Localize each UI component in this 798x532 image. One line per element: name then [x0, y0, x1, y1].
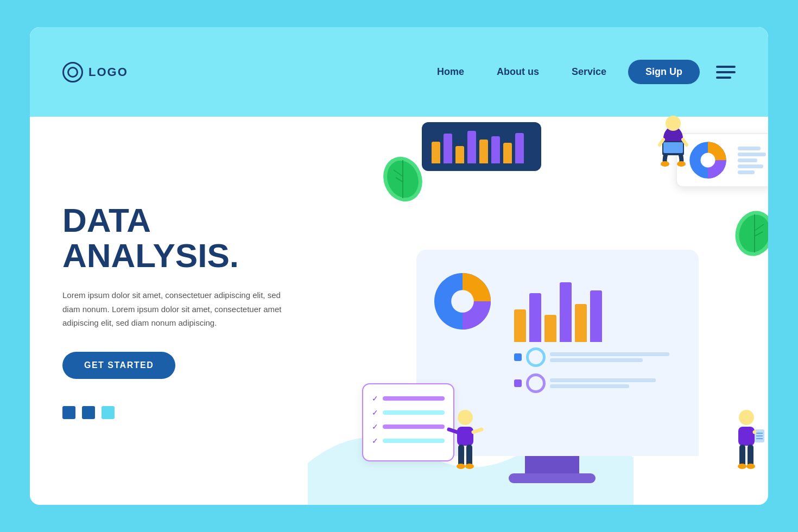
info-panel-right [509, 347, 688, 398]
check-line-4 [383, 439, 445, 443]
s-bar-2 [529, 293, 541, 342]
bar-7 [503, 143, 512, 163]
ring-1 [526, 347, 546, 367]
bar-8 [515, 133, 524, 163]
pie-card-lines [738, 147, 766, 174]
checkmark-1: ✓ [372, 394, 378, 403]
signup-button[interactable]: Sign Up [628, 60, 700, 84]
checkmark-4: ✓ [372, 436, 378, 445]
float-bar-chart [422, 122, 541, 171]
hero-left: DATA ANALYSIS. Lorem ipsum dolor sit ame… [30, 117, 362, 505]
svg-rect-23 [466, 445, 472, 466]
svg-point-27 [739, 410, 754, 425]
info-lines-1 [550, 352, 682, 362]
get-started-button[interactable]: GET STARTED [62, 352, 175, 379]
dots-row [62, 406, 330, 419]
dot-3 [102, 406, 115, 419]
check-item-3: ✓ [372, 422, 445, 431]
info-row-1 [514, 347, 682, 367]
nav-links: Home About us Service [437, 66, 606, 78]
svg-point-15 [666, 116, 681, 131]
svg-point-16 [661, 161, 669, 167]
info-lines-2 [550, 378, 682, 388]
svg-point-11 [701, 153, 715, 168]
svg-point-13 [451, 290, 474, 313]
check-item-4: ✓ [372, 436, 445, 445]
ring-2 [526, 373, 546, 393]
hero-title: DATA ANALYSIS. [62, 202, 330, 273]
logo-circle-inner [67, 67, 78, 78]
hamburger-menu[interactable] [716, 66, 736, 79]
svg-rect-26 [738, 427, 755, 446]
svg-point-31 [746, 464, 755, 469]
info-row-2 [514, 373, 682, 393]
svg-point-17 [677, 161, 686, 167]
s-bar-5 [575, 304, 587, 342]
info-sq-2 [514, 379, 522, 387]
check-line-2 [383, 410, 445, 415]
person-standing-left [446, 402, 484, 475]
hero-title-line1: DATA [62, 202, 330, 238]
s-bar-4 [560, 282, 572, 342]
screen-bars [509, 261, 688, 347]
bar-5 [479, 140, 488, 163]
svg-point-30 [738, 464, 746, 469]
svg-rect-22 [458, 445, 464, 466]
checklist-card: ✓ ✓ ✓ ✓ [362, 383, 454, 461]
logo-text: LOGO [88, 65, 128, 79]
checkmark-3: ✓ [372, 422, 378, 431]
s-bar-6 [590, 290, 602, 342]
nav-about[interactable]: About us [497, 66, 539, 78]
hero-description: Lorem ipsum dolor sit amet, consectetuer… [62, 288, 290, 330]
leaf-left [378, 149, 427, 206]
check-line-1 [383, 396, 445, 401]
check-line-3 [383, 425, 445, 429]
s-bar-1 [514, 309, 526, 342]
hero-section: DATA ANALYSIS. Lorem ipsum dolor sit ame… [30, 117, 768, 505]
svg-point-21 [458, 410, 473, 425]
nav-service[interactable]: Service [572, 66, 606, 78]
svg-rect-29 [748, 445, 753, 466]
info-sq-1 [514, 353, 522, 361]
hamburger-line-1 [716, 66, 736, 68]
svg-point-25 [465, 464, 474, 469]
hamburger-line-3 [716, 77, 731, 79]
svg-rect-19 [663, 142, 683, 153]
logo-area: LOGO [62, 62, 128, 83]
screen-pie-chart [427, 266, 498, 337]
page-content: LOGO Home About us Service Sign Up DATA … [30, 27, 768, 505]
bar-1 [432, 142, 440, 163]
bar-2 [444, 134, 452, 163]
check-item-2: ✓ [372, 408, 445, 417]
screen-bar-section [509, 261, 688, 445]
dot-2 [82, 406, 95, 419]
svg-point-24 [457, 464, 465, 469]
monitor-foot [509, 473, 596, 483]
bar-6 [491, 136, 500, 163]
logo-icon [62, 62, 83, 83]
navbar: LOGO Home About us Service Sign Up [30, 27, 768, 117]
person-standing-right [727, 402, 765, 475]
hamburger-line-2 [716, 71, 736, 73]
bar-4 [467, 131, 476, 163]
svg-rect-20 [457, 427, 473, 446]
hero-right: ✓ ✓ ✓ ✓ [362, 117, 768, 505]
leaf-right [730, 204, 768, 260]
hero-title-line2: ANALYSIS. [62, 238, 330, 273]
nav-home[interactable]: Home [437, 66, 464, 78]
bar-3 [455, 146, 464, 163]
s-bar-3 [544, 315, 556, 342]
checkmark-2: ✓ [372, 408, 378, 417]
person-sitting [649, 111, 698, 179]
main-card: LOGO Home About us Service Sign Up DATA … [30, 27, 768, 505]
dot-1 [62, 406, 75, 419]
svg-rect-28 [739, 445, 745, 466]
check-item-1: ✓ [372, 394, 445, 403]
